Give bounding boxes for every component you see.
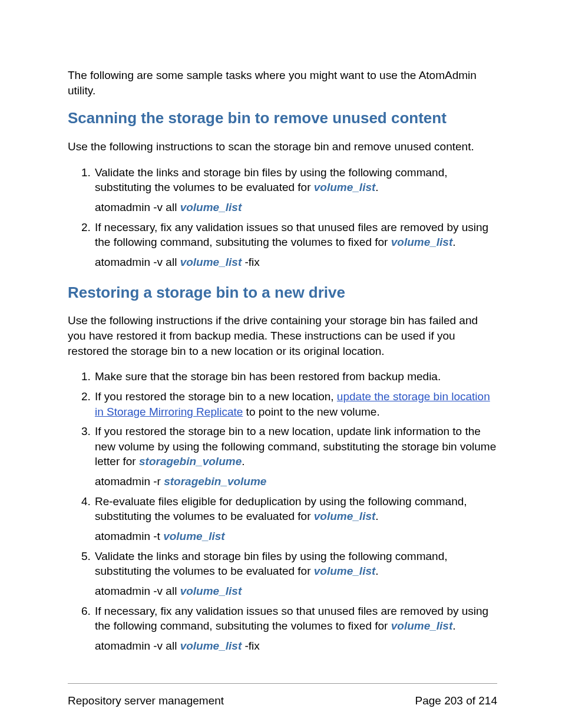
- command-text: atomadmin -t: [95, 530, 163, 542]
- footer-section-name: Repository server management: [68, 694, 224, 707]
- step-text-end: .: [375, 181, 378, 193]
- step-text-end: .: [375, 510, 378, 522]
- footer-page-number: Page 203 of 214: [415, 694, 497, 707]
- variable-storagebin-volume: storagebin_volume: [139, 455, 242, 467]
- step-text: Make sure that the storage bin has been …: [95, 369, 497, 384]
- section2-step-4: Re-evaluate files eligible for deduplica…: [94, 494, 497, 544]
- variable-volume-list: volume_list: [180, 256, 242, 268]
- variable-volume-list: volume_list: [314, 565, 376, 577]
- command-text: atomadmin -v all: [95, 201, 180, 213]
- command-line: atomadmin -r storagebin_volume: [95, 474, 497, 489]
- section1-step-2: If necessary, fix any validation issues …: [94, 220, 497, 270]
- step-text-end: to point to the new volume.: [243, 406, 379, 418]
- variable-volume-list: volume_list: [180, 640, 242, 652]
- intro-paragraph: The following are some sample tasks wher…: [68, 68, 497, 98]
- section2-step-5: Validate the links and storage bin files…: [94, 549, 497, 599]
- variable-volume-list: volume_list: [163, 530, 225, 542]
- command-line: atomadmin -v all volume_list: [95, 200, 497, 215]
- command-text: atomadmin -v all: [95, 585, 180, 597]
- command-line: atomadmin -t volume_list: [95, 529, 497, 544]
- variable-volume-list: volume_list: [314, 181, 376, 193]
- section2-step-2: If you restored the storage bin to a new…: [94, 389, 497, 419]
- section-heading-scanning: Scanning the storage bin to remove unuse…: [68, 108, 497, 129]
- step-text-end: .: [452, 620, 455, 632]
- variable-storagebin-volume: storagebin_volume: [164, 475, 266, 487]
- document-page: The following are some sample tasks wher…: [0, 0, 562, 728]
- page-footer: Repository server management Page 203 of…: [68, 683, 497, 707]
- step-text: Re-evaluate files eligible for deduplica…: [95, 495, 467, 523]
- section2-step-6: If necessary, fix any validation issues …: [94, 604, 497, 654]
- variable-volume-list: volume_list: [314, 510, 376, 522]
- section2-step-3: If you restored the storage bin to a new…: [94, 424, 497, 489]
- step-text-end: .: [242, 455, 244, 467]
- section1-step-1: Validate the links and storage bin files…: [94, 165, 497, 215]
- step-text-end: .: [375, 565, 378, 577]
- variable-volume-list: volume_list: [391, 620, 453, 632]
- section1-steps: Validate the links and storage bin files…: [68, 165, 497, 270]
- page-content: The following are some sample tasks wher…: [68, 68, 497, 667]
- section2-step-1: Make sure that the storage bin has been …: [94, 369, 497, 384]
- variable-volume-list: volume_list: [180, 201, 242, 213]
- section2-intro: Use the following instructions if the dr…: [68, 313, 497, 358]
- variable-volume-list: volume_list: [180, 585, 242, 597]
- command-text-suffix: -fix: [242, 640, 260, 652]
- command-line: atomadmin -v all volume_list: [95, 584, 497, 599]
- step-text: Validate the links and storage bin files…: [95, 550, 448, 578]
- section-heading-restoring: Restoring a storage bin to a new drive: [68, 283, 497, 303]
- section2-steps: Make sure that the storage bin has been …: [68, 369, 497, 653]
- command-line: atomadmin -v all volume_list -fix: [95, 255, 497, 270]
- step-text: Validate the links and storage bin files…: [95, 166, 448, 194]
- variable-volume-list: volume_list: [391, 236, 453, 248]
- step-text: If you restored the storage bin to a new…: [95, 390, 337, 403]
- command-text-suffix: -fix: [242, 256, 260, 268]
- section1-intro: Use the following instructions to scan t…: [68, 139, 497, 154]
- command-line: atomadmin -v all volume_list -fix: [95, 638, 497, 654]
- command-text: atomadmin -v all: [95, 256, 180, 268]
- command-text: atomadmin -r: [95, 475, 164, 487]
- command-text: atomadmin -v all: [95, 640, 180, 652]
- step-text-end: .: [452, 236, 455, 248]
